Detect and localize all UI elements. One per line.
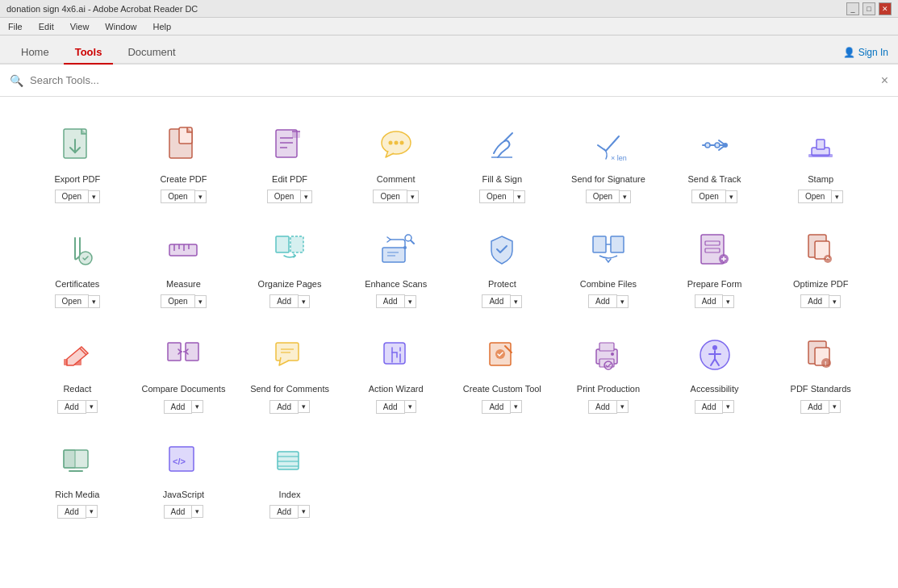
tool-name-14: Prepare Form (687, 279, 742, 290)
menu-edit[interactable]: Edit (36, 20, 57, 33)
tool-btn-22[interactable]: Add (695, 400, 724, 414)
svg-point-57 (611, 352, 614, 356)
tab-home[interactable]: Home (10, 41, 61, 65)
tool-btn-5[interactable]: Open (586, 190, 620, 203)
tool-btn-arrow-1[interactable]: ▾ (195, 190, 207, 203)
tool-btn-arrow-0[interactable]: ▾ (89, 190, 100, 203)
menu-file[interactable]: File (5, 20, 26, 33)
tool-name-2: Edit PDF (272, 174, 307, 185)
tool-btn-arrow-11[interactable]: ▾ (405, 295, 416, 308)
compare-docs-icon (159, 331, 207, 379)
search-close-icon[interactable]: × (881, 73, 888, 88)
tool-item-fill-sign: Fill & Sign Open ▾ (449, 113, 556, 210)
tool-btn-arrow-19[interactable]: ▾ (405, 400, 416, 413)
menu-help[interactable]: Help (149, 20, 174, 33)
tool-name-16: Redact (63, 384, 91, 394)
tool-grid: Export PDF Open ▾ Create PDF Open ▾ (24, 113, 874, 525)
tool-btn-1[interactable]: Open (161, 190, 194, 203)
tool-btn-arrow-23[interactable]: ▾ (829, 400, 841, 413)
svg-rect-46 (168, 343, 181, 361)
tool-btn-12[interactable]: Add (482, 294, 511, 308)
tool-item-comment: Comment Open ▾ (343, 113, 449, 210)
tool-btn-arrow-21[interactable]: ▾ (617, 400, 629, 413)
tool-btn-arrow-3[interactable]: ▾ (407, 190, 419, 203)
accessibility-icon (691, 331, 739, 379)
tool-btn-7[interactable]: Open (798, 190, 832, 203)
tool-btn-0[interactable]: Open (55, 190, 89, 203)
tool-btn-arrow-9[interactable]: ▾ (195, 295, 207, 308)
tool-btn-arrow-6[interactable]: ▾ (726, 190, 737, 203)
tool-btn-17[interactable]: Add (164, 400, 193, 414)
tool-btn-arrow-13[interactable]: ▾ (617, 295, 629, 308)
tool-btn-8[interactable]: Open (55, 294, 89, 308)
tool-btn-18[interactable]: Add (269, 400, 299, 414)
tool-name-9: Measure (166, 279, 201, 290)
tool-btn-26[interactable]: Add (269, 505, 299, 519)
tool-btn-20[interactable]: Add (482, 400, 511, 414)
tool-btn-group-5: Open ▾ (586, 190, 631, 203)
tool-btn-arrow-2[interactable]: ▾ (301, 190, 312, 203)
tool-name-25: JavaScript (163, 490, 204, 500)
tool-btn-arrow-25[interactable]: ▾ (192, 505, 203, 518)
search-input[interactable] (30, 74, 875, 86)
tool-btn-arrow-26[interactable]: ▾ (299, 505, 310, 518)
tool-btn-14[interactable]: Add (695, 294, 724, 308)
protect-icon (478, 226, 526, 274)
svg-rect-23 (169, 244, 197, 256)
tool-btn-23[interactable]: Add (800, 400, 829, 414)
tool-btn-2[interactable]: Open (267, 190, 301, 203)
tool-btn-arrow-8[interactable]: ▾ (89, 295, 100, 308)
tool-btn-group-15: Add ▾ (800, 294, 841, 308)
tool-btn-arrow-15[interactable]: ▾ (829, 295, 841, 308)
tool-item-prepare-form: Prepare Form Add ▾ (662, 218, 768, 315)
tool-btn-13[interactable]: Add (588, 294, 617, 308)
tool-btn-16[interactable]: Add (57, 400, 86, 414)
menu-window[interactable]: Window (102, 20, 140, 33)
svg-point-31 (403, 246, 407, 249)
tool-btn-arrow-20[interactable]: ▾ (511, 400, 522, 413)
tool-name-5: Send for Signature (571, 174, 645, 185)
tool-btn-arrow-12[interactable]: ▾ (511, 295, 522, 308)
tool-btn-arrow-4[interactable]: ▾ (514, 190, 525, 203)
tool-btn-arrow-7[interactable]: ▾ (832, 190, 843, 203)
maximize-button[interactable]: □ (862, 2, 875, 15)
tool-btn-arrow-18[interactable]: ▾ (299, 400, 310, 413)
svg-rect-69 (278, 452, 299, 469)
tool-btn-group-20: Add ▾ (482, 400, 522, 414)
tool-name-1: Create PDF (160, 174, 207, 185)
tool-btn-25[interactable]: Add (164, 505, 193, 519)
tool-btn-21[interactable]: Add (588, 400, 617, 414)
tool-btn-15[interactable]: Add (800, 294, 829, 308)
tool-btn-4[interactable]: Open (479, 190, 513, 203)
tool-btn-arrow-10[interactable]: ▾ (299, 295, 310, 308)
tool-btn-6[interactable]: Open (691, 190, 725, 203)
javascript-icon: </> (159, 436, 207, 485)
sign-in-button[interactable]: 👤 Sign In (843, 47, 888, 58)
minimize-button[interactable]: _ (846, 2, 859, 15)
tool-name-12: Protect (488, 279, 516, 290)
tool-btn-arrow-5[interactable]: ▾ (620, 190, 631, 203)
tool-btn-24[interactable]: Add (57, 505, 86, 519)
tool-item-action-wizard: Action Wizard Add ▾ (343, 323, 449, 419)
tool-item-edit-pdf: Edit PDF Open ▾ (236, 113, 343, 210)
tool-btn-10[interactable]: Add (269, 294, 299, 308)
svg-rect-8 (292, 131, 300, 138)
tool-btn-11[interactable]: Add (376, 294, 405, 308)
tool-name-26: Index (279, 490, 301, 500)
tool-btn-arrow-22[interactable]: ▾ (723, 400, 734, 413)
tool-btn-3[interactable]: Open (373, 190, 407, 203)
tool-btn-arrow-17[interactable]: ▾ (192, 400, 203, 413)
svg-rect-29 (290, 236, 303, 252)
tool-btn-arrow-24[interactable]: ▾ (86, 505, 98, 518)
tool-item-export-pdf: Export PDF Open ▾ (24, 113, 131, 210)
tool-btn-19[interactable]: Add (376, 400, 405, 414)
tool-btn-9[interactable]: Open (161, 294, 194, 308)
tool-btn-arrow-14[interactable]: ▾ (723, 295, 734, 308)
tool-btn-arrow-16[interactable]: ▾ (86, 400, 98, 413)
svg-rect-47 (186, 343, 198, 361)
menu-view[interactable]: View (67, 20, 93, 33)
tab-document[interactable]: Document (116, 41, 186, 65)
close-button[interactable]: ✕ (879, 2, 892, 15)
tab-tools[interactable]: Tools (64, 41, 114, 65)
export-pdf-icon (53, 121, 102, 169)
